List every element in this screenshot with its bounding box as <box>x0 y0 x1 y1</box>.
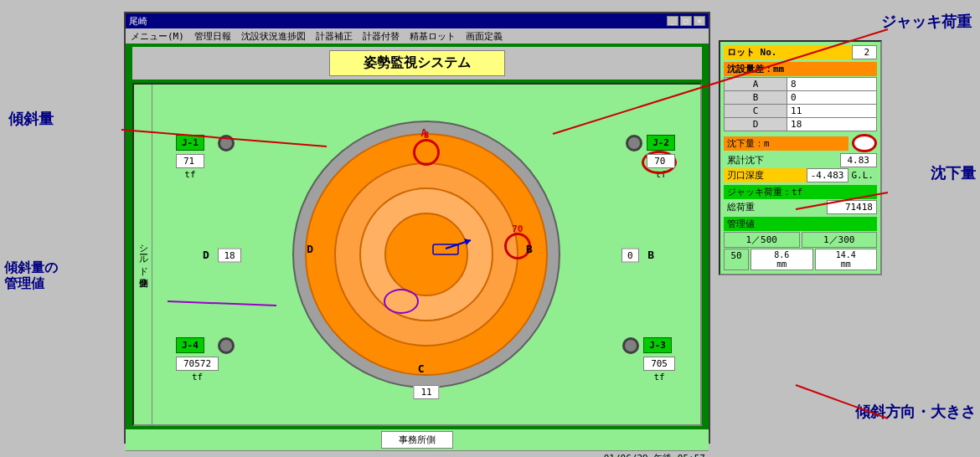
diagram-area: シールド発進側 8 70 <box>132 83 702 426</box>
menu-bar: メニュー(M) 管理日報 沈設状況進捗図 計器補正 計器付替 精基ロット 画面定… <box>126 28 709 44</box>
title-bar: 尾崎 _ □ × <box>126 13 709 28</box>
settlement-label-d: D <box>725 118 787 131</box>
annotation-sinkage: 沈下量 <box>931 163 976 183</box>
b-value: 0 <box>622 249 639 263</box>
right-panel: ロット No. 2 沈設量差：mm A 8 B 0 C 11 D 18 沈下量：… <box>719 40 882 275</box>
jack-j3-group: J-3 705 tf <box>643 337 675 383</box>
window-title: 尾崎 <box>129 15 667 28</box>
tilt-oval <box>384 289 419 314</box>
jack-j3-gear <box>622 337 639 354</box>
b-value-group: 0 B <box>622 249 654 261</box>
sinkage-row: 沈下量：m <box>724 134 877 152</box>
jack-j1-group: J-1 71 tf <box>176 135 204 180</box>
annotation-direction: 傾斜方向・大きさ <box>855 402 976 422</box>
jack-j1-unit: tf <box>176 169 204 180</box>
menu-item-lot[interactable]: 精基ロット <box>408 30 457 43</box>
jack-j3-label: J-3 <box>643 337 672 353</box>
lot-label: ロット No. <box>724 45 852 59</box>
jack-j4-gear <box>218 337 235 354</box>
annotation-jack-weight: ジャッキ荷重 <box>881 12 972 32</box>
settlement-row-c: C 11 <box>725 105 877 118</box>
jack-j2-value: 70 <box>647 154 675 168</box>
jack-j4-value: 70572 <box>176 357 219 371</box>
management-header: 管理値 <box>724 217 877 231</box>
jack-j1-value: 71 <box>176 154 204 168</box>
management-val2: 14.4mm <box>815 249 878 270</box>
c-value-group: 11 <box>413 385 439 399</box>
management-cols: 1／500 1／300 <box>724 232 877 248</box>
dir-label-a: A <box>420 126 427 139</box>
settlement-value-d: 18 <box>787 118 877 131</box>
cumulative-label: 累計沈下 <box>724 153 840 167</box>
direction-arrow-svg <box>412 232 479 265</box>
jack-j1-label: J-1 <box>176 135 204 151</box>
settlement-row-a: A 8 <box>725 78 877 91</box>
system-title: 姿勢監視システム <box>329 50 505 76</box>
minimize-button[interactable]: _ <box>667 16 678 26</box>
lot-row: ロット No. 2 <box>724 45 877 59</box>
d-label: D <box>203 249 209 261</box>
menu-item-progress[interactable]: 沈設状況進捗図 <box>240 30 307 43</box>
lot-value: 2 <box>852 45 877 59</box>
c-value: 11 <box>413 385 439 399</box>
dir-label-c: C <box>418 362 425 375</box>
cumulative-row: 累計沈下 4.83 <box>724 153 877 167</box>
management-col2: 1／300 <box>802 232 878 248</box>
dir-label-d: D <box>307 243 313 255</box>
total-row: 総荷重 71418 <box>724 200 877 214</box>
close-button[interactable]: × <box>694 16 705 26</box>
main-window: 尾崎 _ □ × メニュー(M) 管理日報 沈設状況進捗図 計器補正 計器付替 … <box>124 12 710 444</box>
menu-item-report[interactable]: 管理日報 <box>193 30 233 43</box>
total-value: 71418 <box>827 200 877 214</box>
d-value-group: D 18 <box>203 249 241 261</box>
settlement-row-d: D 18 <box>725 118 877 131</box>
jack-load-header: ジャッキ荷重：tf <box>724 185 877 199</box>
settlement-value-a: 8 <box>787 78 877 91</box>
management-row-label: 50 <box>724 249 749 270</box>
status-date: 01/06/29 <box>604 453 648 457</box>
circle-container: 8 70 A B C D <box>284 112 569 397</box>
jack-j3-unit: tf <box>643 372 675 383</box>
jack-j3-value: 705 <box>643 357 675 371</box>
jack-j4-unit: tf <box>176 372 219 383</box>
dir-label-b: B <box>526 243 533 255</box>
window-controls: _ □ × <box>667 16 705 26</box>
sinkage-label: 沈下量：m <box>724 136 848 151</box>
status-time: 午後 05:57 <box>653 452 705 457</box>
settlement-label-c: C <box>725 105 787 118</box>
left-sidebar: シールド発進側 <box>134 85 152 424</box>
maximize-button[interactable]: □ <box>680 16 692 26</box>
jack-j4-group: J-4 70572 tf <box>176 337 219 383</box>
jack-j2-group: J-2 70 tf <box>647 135 675 180</box>
settlement-value-b: 0 <box>787 91 877 105</box>
annotation-incline: 傾斜量 <box>8 109 54 129</box>
settlement-value-c: 11 <box>787 105 877 118</box>
jack-j1-gear <box>218 135 235 151</box>
depth-label: 刃口深度 <box>724 168 807 182</box>
settlement-label-a: A <box>725 78 787 91</box>
gl-label: G.L. <box>848 169 878 182</box>
jack-j2-gear <box>626 135 642 151</box>
menu-item-replace[interactable]: 計器付替 <box>361 30 401 43</box>
management-val1: 8.6mm <box>750 249 813 270</box>
cumulative-value: 4.83 <box>840 153 878 167</box>
depth-row: 刃口深度 -4.483 G.L. <box>724 168 877 182</box>
menu-item-main[interactable]: メニュー(M) <box>129 30 186 43</box>
depth-value: -4.483 <box>807 168 848 182</box>
status-bar: 01/06/29 午後 05:57 <box>126 450 709 457</box>
d-value: 18 <box>218 249 240 263</box>
marker-a: 8 <box>413 139 440 166</box>
management-values: 50 8.6mm 14.4mm <box>724 249 877 270</box>
jack-j4-label: J-4 <box>176 337 204 353</box>
menu-item-calibrate[interactable]: 計器補正 <box>314 30 354 43</box>
jack-j2-label: J-2 <box>647 135 675 151</box>
settlement-table: A 8 B 0 C 11 D 18 <box>724 77 877 131</box>
annotation-manage: 傾斜量の管理値 <box>4 259 58 291</box>
settlement-label-b: B <box>725 91 787 105</box>
marker-b-value: 70 <box>512 223 523 234</box>
management-col1: 1／500 <box>724 232 800 248</box>
settlement-row-b: B 0 <box>725 91 877 105</box>
sinkage-indicator <box>852 134 877 152</box>
menu-item-screen[interactable]: 画面定義 <box>464 30 504 43</box>
b-label: B <box>647 249 654 261</box>
